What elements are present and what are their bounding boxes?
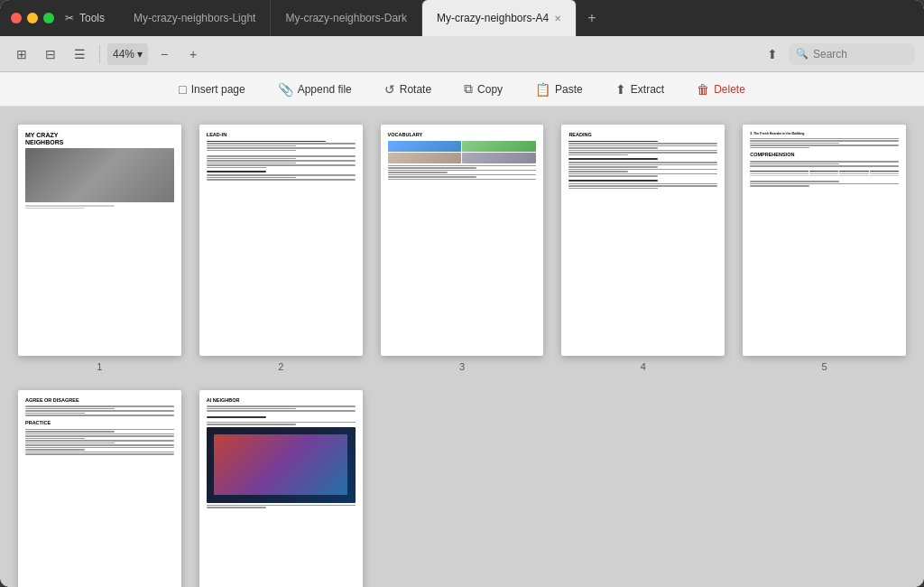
pages-grid: MY CRAZYNEIGHBORS 1 LEAD-IN — [18, 125, 906, 587]
page-item-4[interactable]: READING — [561, 125, 725, 372]
delete-label: Delete — [714, 83, 745, 96]
delete-icon: 🗑 — [697, 82, 709, 97]
tab-light-label: My-crazy-neighbors-Light — [134, 12, 255, 24]
titlebar: ✂ Tools My-crazy-neighbors-Light My-craz… — [0, 0, 924, 36]
page-2-content — [207, 141, 356, 152]
insert-page-button[interactable]: □ Insert page — [171, 79, 253, 100]
tab-light[interactable]: My-crazy-neighbors-Light — [119, 0, 271, 36]
search-icon: 🔍 — [796, 48, 808, 60]
window-controls — [11, 13, 54, 23]
page-thumb-7[interactable]: AI NEIGHBOR — [199, 390, 363, 587]
close-button[interactable] — [11, 13, 22, 23]
rotate-label: Rotate — [400, 83, 431, 96]
page-5-table — [750, 171, 899, 177]
tools-menu[interactable]: ✂ Tools — [65, 12, 105, 24]
page-thumb-5[interactable]: 3. The Fresh Hoarder in the Building COM… — [743, 125, 906, 356]
page-6-practice-title: PRACTICE — [25, 420, 174, 427]
main-window: ✂ Tools My-crazy-neighbors-Light My-craz… — [0, 0, 924, 587]
page-item-2[interactable]: LEAD-IN — [199, 125, 363, 372]
zoom-control[interactable]: 44% ▾ — [107, 43, 148, 65]
grid-view-button[interactable]: ⊟ — [38, 42, 63, 67]
zoom-in-button[interactable]: + — [180, 42, 206, 67]
actionbar: □ Insert page 📎 Append file ↺ Rotate ⧉ C… — [0, 72, 924, 107]
page-item-1[interactable]: MY CRAZYNEIGHBORS 1 — [18, 125, 181, 372]
copy-button[interactable]: ⧉ Copy — [457, 78, 510, 100]
list-view-button[interactable]: ☰ — [67, 42, 92, 67]
page-thumb-1[interactable]: MY CRAZYNEIGHBORS — [18, 125, 181, 356]
toolbar: ⊞ ⊟ ☰ 44% ▾ − + ⬆ 🔍 — [0, 36, 924, 72]
sidebar-toggle-button[interactable]: ⊞ — [9, 42, 34, 67]
zoom-out-button[interactable]: − — [152, 42, 177, 67]
append-label: Append file — [298, 83, 352, 96]
rotate-icon: ↺ — [384, 82, 395, 97]
share-button[interactable]: ⬆ — [760, 42, 785, 67]
page-thumb-4[interactable]: READING — [561, 125, 725, 356]
rotate-button[interactable]: ↺ Rotate — [377, 79, 439, 100]
page-num-4: 4 — [641, 361, 646, 372]
tab-dark-label: My-crazy-neighbors-Dark — [285, 12, 407, 24]
separator-1 — [99, 45, 100, 63]
insert-label: Insert page — [191, 83, 245, 96]
maximize-button[interactable] — [43, 13, 54, 23]
page-item-5[interactable]: 3. The Fresh Hoarder in the Building COM… — [743, 125, 906, 372]
extract-icon: ⬆ — [615, 82, 626, 97]
page-item-3[interactable]: VOCABULARY — [381, 125, 544, 372]
page-7-title: AI NEIGHBOR — [207, 397, 356, 405]
search-box: 🔍 — [789, 43, 915, 65]
page-num-1: 1 — [97, 361, 102, 372]
page-thumb-2[interactable]: LEAD-IN — [199, 125, 363, 356]
page-5-title: COMPREHENSION — [750, 152, 899, 159]
page-4-title: READING — [568, 132, 717, 139]
page-5-subtitle: 3. The Fresh Hoarder in the Building — [750, 132, 899, 136]
insert-icon: □ — [179, 82, 186, 97]
page-2-title: LEAD-IN — [207, 132, 356, 139]
add-tab-button[interactable]: + — [577, 0, 606, 36]
page-item-6[interactable]: AGREE OR DISAGREE PRACTICE — [18, 390, 181, 587]
extract-button[interactable]: ⬆ Extract — [608, 79, 671, 100]
copy-icon: ⧉ — [464, 81, 473, 97]
tab-a4-label: My-crazy-neighbors-A4 — [437, 12, 549, 24]
minimize-button[interactable] — [27, 13, 38, 23]
tab-a4[interactable]: My-crazy-neighbors-A4 ✕ — [422, 0, 577, 36]
search-input[interactable] — [813, 48, 903, 61]
plus-icon: + — [587, 10, 596, 26]
paste-label: Paste — [555, 83, 583, 96]
copy-label: Copy — [477, 83, 503, 96]
paste-button[interactable]: 📋 Paste — [528, 79, 590, 100]
tools-label: Tools — [79, 12, 105, 24]
tab-dark[interactable]: My-crazy-neighbors-Dark — [271, 0, 422, 36]
page-1-image — [25, 148, 174, 202]
delete-button[interactable]: 🗑 Delete — [689, 79, 753, 100]
append-file-button[interactable]: 📎 Append file — [271, 79, 359, 100]
tab-close-icon[interactable]: ✕ — [554, 14, 561, 23]
page-3-title: VOCABULARY — [388, 132, 537, 139]
append-icon: 📎 — [278, 82, 293, 97]
page-6-agree-title: AGREE OR DISAGREE — [25, 397, 174, 405]
page-3-vocab-grid — [388, 141, 537, 163]
page-thumb-3[interactable]: VOCABULARY — [381, 125, 544, 356]
tabs-area: My-crazy-neighbors-Light My-crazy-neighb… — [119, 0, 913, 36]
zoom-chevron-icon: ▾ — [137, 48, 143, 61]
page-1-lines — [25, 205, 174, 209]
page-item-7[interactable]: AI NEIGHBOR — [199, 390, 363, 587]
scissors-icon: ✂ — [65, 12, 74, 24]
page-1-title: MY CRAZYNEIGHBORS — [25, 132, 174, 145]
page-num-3: 3 — [459, 361, 465, 372]
extract-label: Extract — [631, 83, 664, 96]
page-num-2: 2 — [278, 361, 283, 372]
zoom-value: 44% — [113, 48, 134, 61]
page-7-screenshot — [207, 427, 356, 503]
paste-icon: 📋 — [535, 82, 550, 97]
pages-container[interactable]: MY CRAZYNEIGHBORS 1 LEAD-IN — [0, 107, 924, 587]
page-thumb-6[interactable]: AGREE OR DISAGREE PRACTICE — [18, 390, 181, 587]
page-num-5: 5 — [822, 361, 827, 372]
